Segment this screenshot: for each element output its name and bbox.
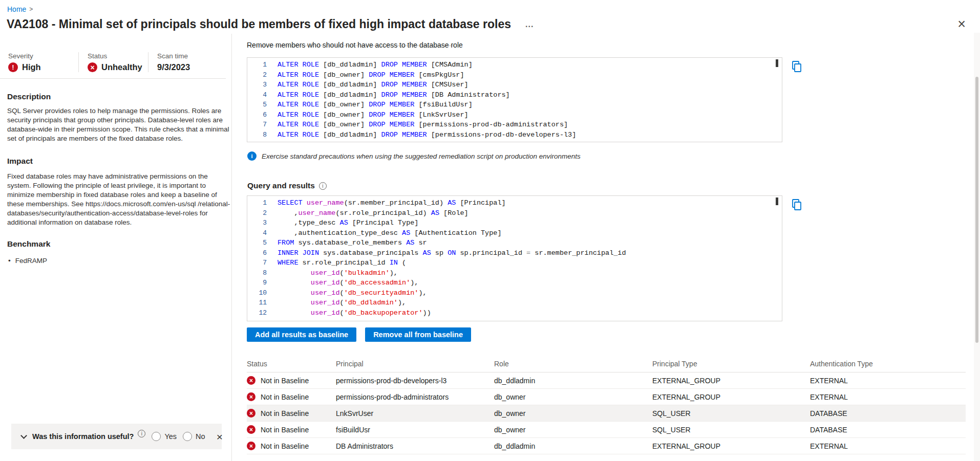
table-row[interactable]: ×Not in BaselineLnkSvrUserdb_ownerSQL_US… <box>247 405 966 422</box>
results-table-header: StatusPrincipalRolePrincipal TypeAuthent… <box>247 355 966 372</box>
page-scrollbar[interactable] <box>974 33 980 461</box>
line-number: 4 <box>247 91 267 99</box>
line-number: 7 <box>247 121 267 128</box>
code-line: 8 user_id('bulkadmin'), <box>247 268 782 278</box>
copy-remediation-button[interactable] <box>790 59 803 73</box>
benchmark-item: • FedRAMP <box>8 257 47 265</box>
status-text: Not in Baseline <box>261 442 309 450</box>
status-text: Not in Baseline <box>261 377 309 385</box>
line-number: 7 <box>247 259 267 267</box>
more-options-icon[interactable]: ... <box>525 20 534 29</box>
panel-divider <box>231 34 232 461</box>
copy-icon <box>790 198 803 211</box>
no-radio[interactable] <box>183 432 192 441</box>
code-line: 7WHERE sr.role_principal_id IN ( <box>247 258 782 268</box>
add-all-results-as-baseline-button[interactable]: Add all results as baseline <box>247 327 356 342</box>
column-header[interactable]: Principal <box>336 360 494 368</box>
status-cell: ×Not in Baseline <box>247 425 336 434</box>
scan-time-value: 9/3/2023 <box>157 62 190 72</box>
feedback-info-icon[interactable]: i <box>138 430 145 437</box>
status-text: Not in Baseline <box>261 409 309 418</box>
principal-cell: permissions-prod-db-developers-l3 <box>336 377 494 385</box>
copy-icon <box>790 60 803 73</box>
description-text: SQL Server provides roles to help manage… <box>7 106 231 143</box>
line-number: 2 <box>247 209 267 217</box>
code-line: 10 user_id('db_securityadmin'), <box>247 288 782 298</box>
benchmark-heading: Benchmark <box>7 239 50 249</box>
principal-cell: fsiBuildUsr <box>336 426 494 434</box>
scrollbar-thumb[interactable] <box>975 77 978 343</box>
status-value: Unhealthy <box>101 62 142 72</box>
auth-type-cell: DATABASE <box>810 426 966 434</box>
principal-type-cell: SQL_USER <box>652 409 810 418</box>
table-row[interactable]: ×Not in BaselinefsiBuildUsrdb_ownerSQL_U… <box>247 422 966 438</box>
table-row[interactable]: ×Not in Baselinepermissions-prod-db-admi… <box>247 389 966 405</box>
code-line: 4 ,authentication_type_desc AS [Authenti… <box>247 228 782 238</box>
baseline-actions: Add all results as baseline Remove all f… <box>247 327 471 342</box>
column-header[interactable]: Principal Type <box>652 360 810 368</box>
code-line: 3ALTER ROLE [db_ddladmin] DROP MEMBER [C… <box>247 80 782 90</box>
feedback-yes-option[interactable]: Yes <box>152 432 177 441</box>
precaution-note: i Exercise standard precautions when usi… <box>247 151 581 161</box>
line-number: 8 <box>247 131 267 139</box>
table-row[interactable]: ×Not in Baselinepermissions-prod-db-deve… <box>247 372 966 389</box>
role-cell: db_owner <box>494 409 652 418</box>
principal-type-cell: EXTERNAL_GROUP <box>652 393 810 401</box>
chevron-down-icon[interactable] <box>20 432 27 439</box>
breadcrumb-chevron-icon: > <box>29 6 33 13</box>
status-label: Status <box>88 52 139 60</box>
status-cell: ×Not in Baseline <box>247 409 336 418</box>
severity-value: High <box>22 62 41 72</box>
breadcrumb: Home > <box>7 5 33 13</box>
role-cell: db_owner <box>494 426 652 434</box>
remediation-code-block[interactable]: 1ALTER ROLE [db_ddladmin] DROP MEMBER [C… <box>247 57 782 142</box>
bullet-icon: • <box>8 257 11 265</box>
title-row: VA2108 - Minimal set of principals shoul… <box>7 17 534 31</box>
principal-cell: permissions-prod-db-administrators <box>336 393 494 401</box>
column-header[interactable]: Role <box>494 360 652 368</box>
code-line: 1SELECT user_name(sr.member_principal_id… <box>247 198 782 208</box>
auth-type-cell: EXTERNAL <box>810 377 966 385</box>
query-info-icon[interactable]: i <box>319 182 327 190</box>
auth-type-cell: EXTERNAL <box>810 393 966 401</box>
feedback-question: Was this information useful? <box>32 432 134 441</box>
query-results-heading: Query and results i <box>247 181 327 190</box>
code-line: 2 ,user_name(sr.role_principal_id) AS [R… <box>247 208 782 218</box>
line-number: 5 <box>247 239 267 247</box>
column-header[interactable]: Status <box>247 360 336 368</box>
meta-bar: Severity ! High Status × Unhealthy Scan … <box>8 52 199 72</box>
close-button[interactable]: × <box>957 17 966 31</box>
code-line: 1ALTER ROLE [db_ddladmin] DROP MEMBER [C… <box>247 60 782 70</box>
status-cell: ×Not in Baseline <box>247 376 336 385</box>
severity-high-icon: ! <box>8 62 18 72</box>
line-number: 1 <box>247 199 267 207</box>
feedback-close-icon[interactable]: × <box>217 431 223 442</box>
table-row[interactable]: ×Not in BaselineDB Administratorsdb_ddla… <box>247 438 966 454</box>
principal-type-cell: EXTERNAL_GROUP <box>652 377 810 385</box>
not-in-baseline-icon: × <box>247 409 255 418</box>
query-code-block[interactable]: 1SELECT user_name(sr.member_principal_id… <box>247 195 782 321</box>
not-in-baseline-icon: × <box>247 376 255 385</box>
code-scrollbar-thumb[interactable] <box>776 197 778 205</box>
yes-radio[interactable] <box>152 432 161 441</box>
line-number: 8 <box>247 269 267 277</box>
remove-all-from-baseline-button[interactable]: Remove all from baseline <box>365 327 471 342</box>
benchmark-item-label: FedRAMP <box>15 257 47 265</box>
line-number: 4 <box>247 229 267 237</box>
auth-type-cell: EXTERNAL <box>810 442 966 450</box>
results-table-body: ×Not in Baselinepermissions-prod-db-deve… <box>247 372 966 454</box>
feedback-no-option[interactable]: No <box>183 432 205 441</box>
code-line: 3 ,type_desc AS [Principal Type] <box>247 218 782 228</box>
code-line: 12 user_id('db_backupoperator')) <box>247 308 782 318</box>
column-header[interactable]: Authentication Type <box>810 360 966 368</box>
copy-query-button[interactable] <box>790 197 803 211</box>
principal-cell: DB Administrators <box>336 442 494 450</box>
breadcrumb-home-link[interactable]: Home <box>7 5 26 13</box>
line-number: 1 <box>247 61 267 69</box>
code-scrollbar-thumb[interactable] <box>776 59 778 67</box>
line-number: 6 <box>247 249 267 257</box>
line-number: 6 <box>247 111 267 119</box>
line-number: 5 <box>247 101 267 108</box>
code-line: 6ALTER ROLE [db_owner] DROP MEMBER [LnkS… <box>247 110 782 120</box>
principal-type-cell: SQL_USER <box>652 426 810 434</box>
